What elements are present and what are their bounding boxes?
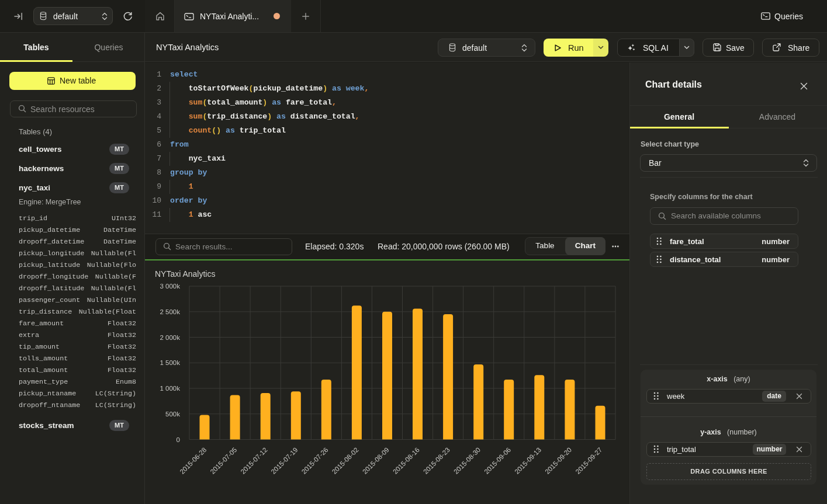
svg-text:1 500k: 1 500k xyxy=(160,359,180,366)
svg-text:2 000k: 2 000k xyxy=(160,334,180,341)
svg-text:2015-07-12: 2015-07-12 xyxy=(240,446,269,475)
svg-text:0: 0 xyxy=(177,436,180,443)
svg-text:2015-08-23: 2015-08-23 xyxy=(422,446,451,475)
svg-text:1 000k: 1 000k xyxy=(160,385,180,392)
svg-text:2015-08-16: 2015-08-16 xyxy=(392,446,421,475)
svg-text:500k: 500k xyxy=(165,411,180,418)
svg-text:2015-08-09: 2015-08-09 xyxy=(361,446,390,475)
svg-text:2015-09-13: 2015-09-13 xyxy=(513,446,542,475)
svg-text:2015-09-06: 2015-09-06 xyxy=(483,446,512,475)
svg-text:2015-07-19: 2015-07-19 xyxy=(270,446,299,475)
svg-text:2015-09-27: 2015-09-27 xyxy=(574,446,603,475)
svg-text:2015-09-20: 2015-09-20 xyxy=(544,446,573,475)
svg-text:2015-08-30: 2015-08-30 xyxy=(452,446,482,475)
svg-text:2015-07-05: 2015-07-05 xyxy=(209,446,238,475)
svg-text:3 000k: 3 000k xyxy=(160,283,180,290)
svg-text:2 500k: 2 500k xyxy=(160,308,180,315)
svg-text:2015-07-26: 2015-07-26 xyxy=(300,446,330,475)
svg-text:2015-08-02: 2015-08-02 xyxy=(331,446,360,475)
svg-text:2015-06-28: 2015-06-28 xyxy=(178,446,207,475)
